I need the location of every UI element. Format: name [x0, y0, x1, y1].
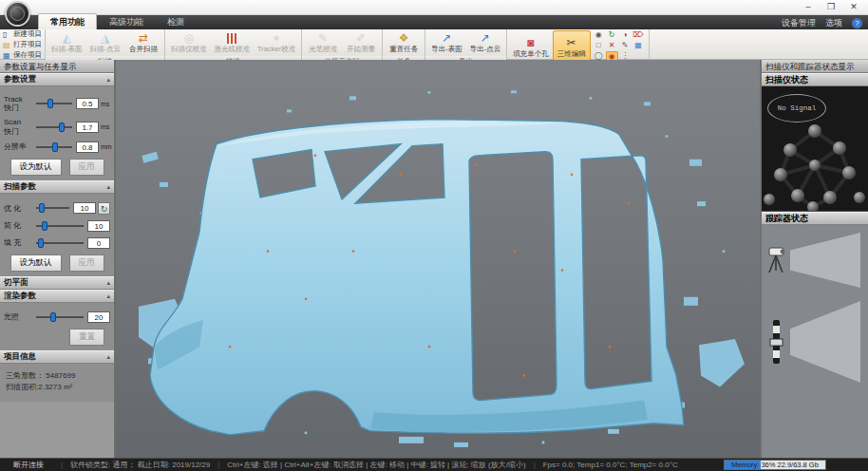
deselect-icon[interactable]: ✕ [606, 41, 618, 50]
track-shutter-row: Track快门 0.5 ms [4, 95, 110, 112]
car-body-outline [150, 119, 684, 434]
status-bar: 断开连接 | 软件锁类型: 通用； 截止日期: 2019/12/29 | Ctr… [0, 458, 868, 471]
set-default-button[interactable]: 设为默认 [10, 159, 62, 176]
section-clip-plane[interactable]: 切平面 ▴ [0, 276, 114, 290]
menu-device-management[interactable]: 设备管理 [782, 17, 816, 29]
scanner-calibration-icon: ◎ [184, 31, 194, 45]
parameter-panel: 参数设置与任务显示 参数设置 ▴ Track快门 0.5 ms Scan快门 1… [0, 60, 116, 458]
delete-tool-icon[interactable]: ⌦ [632, 30, 645, 40]
section-project-info[interactable]: 项目信息 ▴ [0, 350, 114, 364]
scan-apply-button[interactable]: 应用 [69, 254, 104, 272]
tracker-calibration-button[interactable]: ⌖ Tracker校准 [254, 30, 299, 56]
resolution-slider[interactable] [36, 146, 72, 148]
connection-status: 断开连接 [4, 460, 53, 470]
refresh-tool-icon[interactable]: ↻ [606, 30, 618, 40]
scan-set-default-button[interactable]: 设为默认 [10, 254, 62, 272]
render-reset-button[interactable]: 重置 [69, 329, 104, 346]
tab-advanced-functions[interactable]: 高级功能 [98, 14, 155, 29]
tracker-2-row [765, 301, 864, 383]
optimize-value[interactable]: 10 [73, 202, 96, 214]
collapse-icon: ▴ [106, 76, 110, 84]
fps-temp-readout: Fps= 0.0; Temp1= 0.0°C; Temp2= 0.0°C [543, 461, 678, 469]
open-project-button[interactable]: ▤ 打开项目 [3, 40, 42, 49]
triangle-count-label: 三角形数： [6, 371, 44, 380]
3d-viewport[interactable] [116, 60, 760, 458]
menu-options[interactable]: 选项 [825, 17, 842, 29]
table-tool-icon[interactable]: ▦ [632, 41, 645, 50]
export-pointcloud-button[interactable]: ↗ 导出-点云 [466, 30, 505, 56]
scanner-calibration-button[interactable]: ◎ 扫描仪校准 [167, 30, 211, 56]
fill-single-hole-button[interactable]: ◙ 填充单个孔 [509, 30, 553, 61]
parameter-settings-content: Track快门 0.5 ms Scan快门 1.7 ms 分辨率 0.8 mm [0, 86, 114, 180]
new-project-button[interactable]: ▯ 新建项目 [3, 29, 42, 39]
fill-row: 填 充 0 [4, 237, 110, 249]
simplify-slider[interactable] [36, 225, 84, 227]
app-logo-icon[interactable] [5, 1, 30, 27]
ribbon-group-export: ↗ 导出-表面 ↗ 导出-点云 导出 [425, 29, 507, 59]
scan-shutter-slider[interactable] [36, 126, 72, 128]
pen-calibration-button[interactable]: ✎ 光笔校准 [304, 30, 342, 56]
simplify-value[interactable]: 10 [87, 220, 110, 232]
tab-inspect[interactable]: 检测 [156, 14, 196, 29]
track-shutter-slider[interactable] [36, 103, 72, 104]
optimize-refresh-icon[interactable]: ↻ [98, 202, 110, 215]
fill-value[interactable]: 0 [87, 237, 110, 249]
scan-area-label: 扫描面积: [6, 383, 38, 391]
pen-select-icon[interactable]: ✎ [619, 41, 632, 50]
scan-surface-icon: ◭ [63, 31, 71, 45]
save-project-button[interactable]: ▦ 保存项目 [3, 50, 42, 60]
scanner-device-image [762, 116, 868, 211]
light-slider[interactable] [36, 316, 84, 318]
ribbon-group-pen-workspace: ✎ 光笔校准 ✐ 开始测量 光笔工作区 [302, 29, 383, 59]
rect-select-icon[interactable]: □ [593, 41, 605, 50]
resolution-value[interactable]: 0.8 [76, 141, 99, 153]
tab-common-functions[interactable]: 常用功能 [38, 13, 97, 29]
laser-calibration-button[interactable]: 激光线校准 [211, 30, 255, 56]
memory-text: Memory: 36% 22.9/63.8 Gb [725, 461, 825, 469]
help-icon[interactable]: ? [852, 18, 862, 28]
fill-slider[interactable] [36, 242, 84, 244]
ribbon-group-project: ▯ 新建项目 ▤ 打开项目 ▦ 保存项目 项目 [0, 29, 46, 59]
export-pointcloud-icon: ↗ [481, 31, 490, 45]
marker-tool-icon[interactable]: ◑ [619, 30, 632, 40]
close-button[interactable]: ✕ [843, 1, 864, 13]
optimize-slider[interactable] [36, 207, 69, 209]
reset-task-button[interactable]: ❖ 重置任务 [385, 30, 423, 56]
section-scan-parameters[interactable]: 扫描参数 ▴ [0, 180, 114, 194]
view-tool-icon[interactable]: ◉ [593, 30, 605, 40]
memory-gauge: Memory: 36% 22.9/63.8 Gb [724, 460, 826, 470]
scanner-tracker-status-panel: 扫描仪和跟踪器状态显示 扫描仪状态 No Signal [760, 60, 868, 458]
merge-scan-button[interactable]: ⇄ 合并扫描 [124, 30, 162, 56]
apply-button[interactable]: 应用 [69, 159, 104, 176]
ribbon-group-scan: ◭ 扫描-表面 ◮ 扫描-点云 ⇄ 合并扫描 扫描 [46, 29, 165, 59]
new-project-icon: ▯ [3, 30, 11, 39]
start-measure-button[interactable]: ✐ 开始测量 [342, 30, 380, 56]
scan-pointcloud-button[interactable]: ◮ 扫描-点云 [86, 30, 125, 56]
scan-pointcloud-icon: ◮ [101, 31, 109, 45]
start-measure-icon: ✐ [356, 31, 366, 45]
section-tracker-status[interactable]: 跟踪器状态 [762, 212, 868, 225]
merge-scan-icon: ⇄ [139, 31, 148, 45]
section-render-parameters[interactable]: 渲染参数 ▴ [0, 290, 114, 303]
scan-surface-button[interactable]: ◭ 扫描-表面 [47, 30, 86, 56]
section-scanner-status[interactable]: 扫描仪状态 [762, 73, 868, 86]
collapse-icon: ▴ [106, 353, 110, 361]
open-project-icon: ▤ [3, 41, 11, 49]
section-parameter-settings[interactable]: 参数设置 ▴ [0, 73, 114, 86]
optimize-row: 优 化 10 ↻ [4, 202, 110, 215]
maximize-button[interactable]: ❒ [821, 1, 841, 13]
resolution-row: 分辨率 0.8 mm [4, 141, 110, 153]
export-surface-button[interactable]: ↗ 导出-表面 [427, 30, 466, 56]
ribbon-group-edit: ◙ 填充单个孔 ✂ 三维编辑 ◉ ↻ ◑ ⌦ □ ✕ ✎ ▦ ◯ ◉ [507, 29, 650, 59]
track-shutter-value[interactable]: 0.5 [76, 98, 99, 109]
minimize-button[interactable]: – [798, 1, 819, 13]
edit-3d-button[interactable]: ✂ 三维编辑 [553, 30, 591, 61]
right-panel-header: 扫描仪和跟踪器状态显示 [762, 60, 868, 73]
scan-shutter-value[interactable]: 1.7 [76, 122, 99, 133]
simplify-row: 简 化 10 [4, 220, 110, 232]
scan-shutter-row: Scan快门 1.7 ms [4, 118, 110, 135]
fill-hole-icon: ◙ [527, 36, 534, 49]
collapse-icon: ▴ [106, 279, 110, 287]
light-value[interactable]: 20 [87, 311, 110, 323]
tracker-status-content [762, 225, 868, 458]
